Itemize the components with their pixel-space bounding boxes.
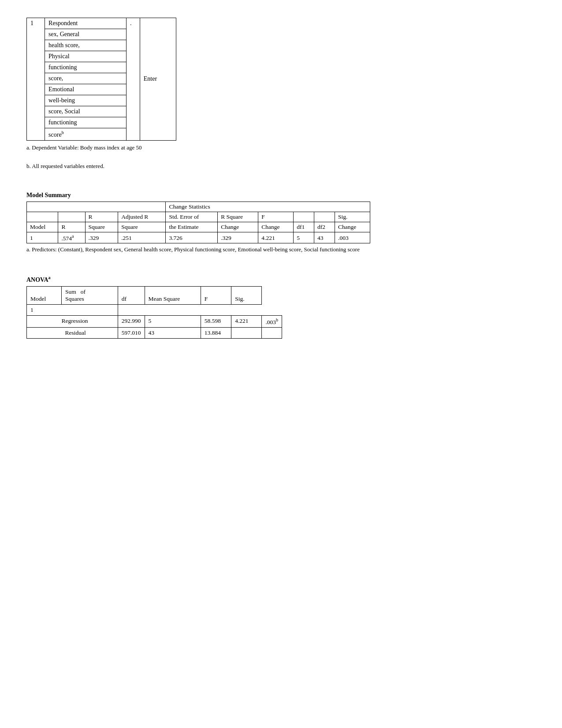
anova-row-1-type-placeholder: [61, 304, 118, 315]
data-adj-r-square: .251: [118, 232, 166, 243]
col-f-change: Change: [258, 222, 294, 232]
header-sig-label: Sig.: [335, 212, 370, 222]
header-empty-1: [27, 212, 58, 222]
anova-residual-empty: [27, 328, 62, 339]
empty-top-left: [27, 202, 166, 212]
col-df1: df1: [294, 222, 314, 232]
col-std-err: the Estimate: [166, 222, 218, 232]
anova-row-regression-sig: .003b: [262, 315, 282, 328]
anova-row-regression-ms: 58.598: [201, 315, 231, 328]
var-line-5: functioning: [45, 62, 127, 73]
col-r-sq-change: Change: [218, 222, 258, 232]
header-empty-df1: [294, 212, 314, 222]
data-r: .574a: [58, 232, 85, 243]
variables-table: 1 Respondent . Enter sex, General health…: [26, 18, 176, 141]
anova-row-regression-df: 5: [145, 315, 201, 328]
anova-row-regression-type: Regression: [61, 315, 118, 328]
model-summary-heading: Model Summary: [26, 192, 536, 199]
model-cell: 1: [27, 18, 45, 141]
header-std-err-label: Std. Error of: [166, 212, 218, 222]
data-std-err: 3.726: [166, 232, 218, 243]
col-adj-r-square: Square: [118, 222, 166, 232]
anova-residual-ss: 597.010: [118, 328, 145, 339]
footnote-b: b. All requested variables entered.: [26, 163, 536, 170]
header-f-label: F: [258, 212, 294, 222]
anova-col-sum-header: Sum ofSquares: [61, 286, 118, 304]
header-r-sq-change-label: R Square: [218, 212, 258, 222]
var-line-4: Physical: [45, 51, 127, 62]
col-r: R: [58, 222, 85, 232]
col-df2: df2: [314, 222, 335, 232]
col-sig-f-change: Change: [335, 222, 370, 232]
var-line-2: sex, General: [45, 29, 127, 40]
col-r-square: Square: [85, 222, 118, 232]
anova-row-1-empty: [27, 315, 62, 328]
anova-residual-ms: 13.884: [201, 328, 231, 339]
anova-heading: ANOVAa: [26, 275, 536, 284]
anova-residual-type: Residual: [61, 328, 118, 339]
var-line-3: health score,: [45, 40, 127, 51]
anova-col-f-header: F: [201, 286, 231, 304]
data-model: 1: [27, 232, 58, 243]
anova-col-mean-sq-header: Mean Square: [145, 286, 201, 304]
anova-row-regression-ss: 292.990: [118, 315, 145, 328]
header-empty-df2: [314, 212, 335, 222]
anova-row-1-model: 1: [27, 304, 62, 315]
anova-row-regression-f: 4.221: [231, 315, 262, 328]
var-line-9: score, Social: [45, 106, 127, 117]
data-df1: 5: [294, 232, 314, 243]
model-summary-table: Change Statistics R Adjusted R Std. Erro…: [26, 202, 370, 244]
anova-residual-sig: [262, 328, 282, 339]
var-line-6: score,: [45, 73, 127, 84]
data-df2: 43: [314, 232, 335, 243]
anova-residual-df: 43: [145, 328, 201, 339]
var-line-10: functioning: [45, 117, 127, 128]
var-line-1: Respondent: [45, 18, 127, 29]
data-r-square: .329: [85, 232, 118, 243]
anova-col-model-header: Model: [27, 286, 62, 304]
var-line-8: well-being: [45, 95, 127, 106]
data-r-sq-change: .329: [218, 232, 258, 243]
header-empty-2: [58, 212, 85, 222]
anova-residual-f: [231, 328, 262, 339]
change-stats-header: Change Statistics: [166, 202, 370, 212]
header-adj-r: Adjusted R: [118, 212, 166, 222]
header-r: R: [85, 212, 118, 222]
predictor-footnote: a. Predictors: (Constant), Respondent se…: [26, 246, 370, 253]
data-f-change: 4.221: [258, 232, 294, 243]
method-cell: Enter: [140, 18, 176, 141]
dot-cell: .: [126, 18, 140, 141]
footnote-a: a. Dependent Variable: Body mass index a…: [26, 144, 536, 151]
data-sig-f-change: .003: [335, 232, 370, 243]
anova-table: Model Sum ofSquares df Mean Square F Sig…: [26, 286, 282, 339]
anova-col-df-header: df: [118, 286, 145, 304]
var-line-11: scoreb: [45, 128, 127, 141]
col-model: Model: [27, 222, 58, 232]
anova-col-sig-header: Sig.: [231, 286, 262, 304]
var-line-7: Emotional: [45, 84, 127, 95]
